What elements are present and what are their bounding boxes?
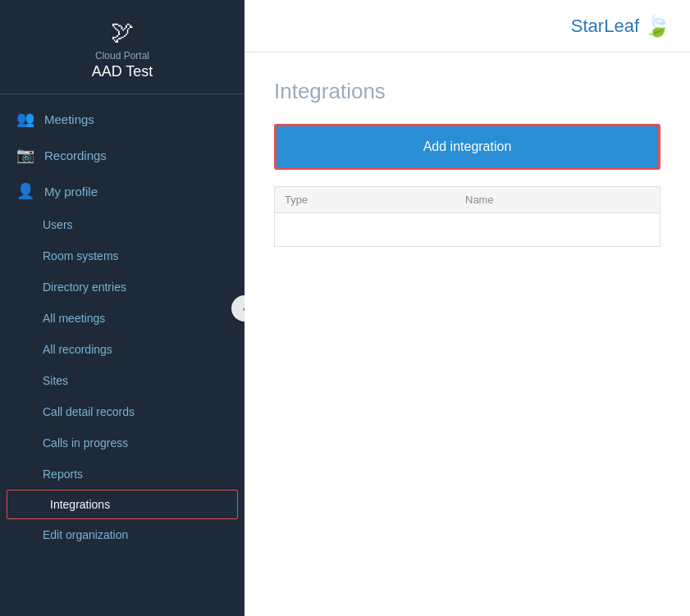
sidebar-item-reports[interactable]: Reports [0,459,244,490]
sidebar-item-recordings[interactable]: 📷 Recordings [0,137,244,173]
sidebar-item-my-profile[interactable]: 👤 My profile [0,173,244,209]
sidebar-item-call-detail-records[interactable]: Call detail records [0,396,244,427]
sidebar-item-label: All recordings [43,343,112,356]
column-name: Name [465,194,650,206]
sidebar-item-label: Reports [43,468,83,481]
sidebar-item-all-meetings[interactable]: All meetings [0,303,244,334]
recordings-icon: 📷 [16,146,34,164]
org-name: AAD Test [92,63,153,80]
sidebar-item-label: Meetings [44,112,94,126]
sidebar-item-directory-entries[interactable]: Directory entries [0,271,244,303]
add-integration-button[interactable]: Add integration [274,124,660,170]
sidebar-item-label: Users [43,218,73,231]
sidebar-item-label: Call detail records [43,405,135,418]
sidebar-item-label: Sites [43,374,68,387]
column-type: Type [285,194,465,206]
sidebar-item-users[interactable]: Users [0,209,244,240]
sidebar-item-label: Directory entries [43,281,126,294]
sidebar-header: 🕊 Cloud Portal AAD Test [0,0,244,94]
sidebar-item-label: Edit organization [43,528,128,541]
page-title: Integrations [274,79,660,104]
sidebar-item-integrations[interactable]: Integrations [7,490,238,519]
sidebar-item-edit-organization[interactable]: Edit organization [0,519,244,550]
sidebar: 🕊 Cloud Portal AAD Test ‹ 👥 Meetings 📷 R… [0,0,244,616]
brand-name: StarLeaf [571,16,639,37]
content-area: Integrations Add integration Type Name [244,52,690,616]
sidebar-item-calls-in-progress[interactable]: Calls in progress [0,427,244,459]
sidebar-item-all-recordings[interactable]: All recordings [0,334,244,365]
integrations-table: Type Name [274,186,660,247]
sidebar-item-label: Integrations [50,498,110,511]
sidebar-item-meetings[interactable]: 👥 Meetings [0,101,244,137]
top-bar: StarLeaf 🍃 [244,0,690,52]
sidebar-item-label: Calls in progress [43,436,128,449]
sidebar-item-label: Recordings [44,148,107,162]
starleaf-logo: StarLeaf 🍃 [571,13,670,39]
sidebar-nav: 👥 Meetings 📷 Recordings 👤 My profile Use… [0,94,244,616]
logo-bird-icon: 🕊 [111,18,134,45]
sidebar-item-sites[interactable]: Sites [0,365,244,396]
sidebar-item-room-systems[interactable]: Room systems [0,240,244,271]
table-header: Type Name [275,187,660,213]
main-content: StarLeaf 🍃 Integrations Add integration … [244,0,690,616]
cloud-portal-label: Cloud Portal [95,50,149,62]
sidebar-item-label: My profile [44,185,98,198]
profile-icon: 👤 [16,182,34,200]
meetings-icon: 👥 [16,110,34,128]
table-body [275,213,660,246]
sidebar-item-label: Room systems [43,249,119,262]
sidebar-item-label: All meetings [43,312,105,325]
leaf-icon: 🍃 [644,13,670,39]
